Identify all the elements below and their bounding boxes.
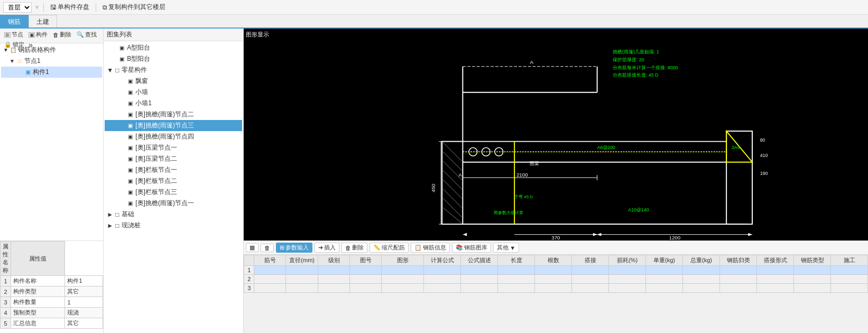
arrow-l-370 [463, 233, 467, 236]
rebar-cell-1-9[interactable] [572, 275, 609, 284]
rebar-cell-2-1[interactable] [286, 284, 318, 293]
tab-civil[interactable]: 土建 [29, 15, 57, 27]
rebar-cell-0-3[interactable] [350, 266, 382, 275]
component-btn[interactable]: ▣ 构件 [26, 30, 50, 39]
rebar-th-14: 搭接形式 [757, 255, 794, 266]
save-btn[interactable]: 🖫 单构件存盘 [47, 2, 93, 13]
rebar-cell-2-14[interactable] [757, 284, 794, 293]
rebar-cell-1-4[interactable] [382, 275, 424, 284]
rebar-cell-2-16[interactable] [831, 284, 868, 293]
rebar-cell-2-2[interactable] [318, 284, 350, 293]
coll-item-7[interactable]: ▣[奥]挑檐(雨篷)节点三 [105, 120, 242, 131]
rebar-cell-2-9[interactable] [572, 284, 609, 293]
rebar-cell-1-11[interactable] [646, 275, 683, 284]
rebar-cell-1-1[interactable] [286, 275, 318, 284]
rebar-cell-1-15[interactable] [794, 275, 831, 284]
rebar-cell-0-14[interactable] [757, 266, 794, 275]
rebar-cell-1-5[interactable] [424, 275, 461, 284]
tab-steel[interactable]: 钢筋 [0, 15, 29, 27]
rebar-cell-1-10[interactable] [609, 275, 646, 284]
rebar-cell-2-15[interactable] [794, 284, 831, 293]
rebar-cell-2-0[interactable] [254, 284, 286, 293]
tree-root-toggle[interactable]: ▼ [3, 47, 8, 53]
rebar-cell-1-7[interactable] [498, 275, 535, 284]
coll-folder-toggle[interactable]: ► [107, 211, 113, 218]
rebar-cell-1-8[interactable] [535, 275, 572, 284]
floor-select[interactable]: 首层 [3, 2, 32, 13]
rebar-cell-0-16[interactable] [831, 266, 868, 275]
rebar-cell-2-13[interactable] [720, 284, 757, 293]
tree-node1-toggle[interactable]: ▼ [10, 58, 15, 64]
param-input-btn[interactable]: ⊞ 参数输入 [276, 243, 312, 253]
rebar-cell-0-7[interactable] [498, 266, 535, 275]
right-panel: 图形显示 挑檐(雨篷)几面贴墙: 1 保护层厚度: 20 分布筋每米计算一个搭接… [244, 29, 868, 333]
rebar-cell-1-0[interactable] [254, 275, 286, 284]
rebar-cell-0-13[interactable] [720, 266, 757, 275]
scale-dim-btn[interactable]: 📏 缩尺配筋 [370, 243, 409, 253]
tree-component1[interactable]: ▣ 构件1 [1, 67, 102, 78]
coll-item-2[interactable]: ▼□零星构件 [105, 64, 242, 76]
rebar-cell-0-6[interactable] [461, 266, 498, 275]
coll-item-15[interactable]: ►□基础 [105, 209, 242, 220]
rebar-cell-2-6[interactable] [461, 284, 498, 293]
rebar-cell-1-3[interactable] [350, 275, 382, 284]
coll-folder-toggle[interactable]: ▼ [107, 67, 113, 74]
coll-item-8[interactable]: ▣[奥]挑檐(雨篷)节点四 [105, 131, 242, 142]
prop-value: 构件1 [65, 276, 103, 286]
coll-item-1[interactable]: ▣B型阳台 [105, 53, 242, 64]
rebar-cell-0-15[interactable] [794, 266, 831, 275]
rebar-cell-0-9[interactable] [572, 266, 609, 275]
rebar-cell-0-0[interactable] [254, 266, 286, 275]
rebar-add-btn[interactable]: ▦ [246, 243, 258, 252]
rebar-delete-btn[interactable]: 🗑 删除 [341, 243, 367, 253]
node-btn[interactable]: ⊞ 节点 [2, 30, 25, 39]
coll-item-6[interactable]: ▣[奥]挑檐(雨篷)节点二 [105, 109, 242, 120]
insert-btn[interactable]: ➜ 插入 [315, 243, 339, 253]
rebar-cell-0-11[interactable] [646, 266, 683, 275]
coll-item-13[interactable]: ▣[奥]栏板节点三 [105, 187, 242, 198]
rebar-cell-2-8[interactable] [535, 284, 572, 293]
rebar-cell-0-12[interactable] [683, 266, 720, 275]
delete-btn[interactable]: 🗑 删除 [51, 30, 73, 39]
rebar-cell-0-10[interactable] [609, 266, 646, 275]
rebar-cell-2-4[interactable] [382, 284, 424, 293]
rebar-cell-1-16[interactable] [831, 275, 868, 284]
copy-btn[interactable]: ⧉ 复制构件到其它楼层 [99, 2, 169, 13]
rebar-delete-icon: 🗑 [345, 245, 351, 251]
find-btn[interactable]: 🔍 查找 [75, 30, 99, 39]
coll-item-12[interactable]: ▣[奥]栏板节点二 [105, 175, 242, 187]
rebar-del-small-btn[interactable]: 🗑 [261, 244, 274, 252]
coll-folder-toggle[interactable]: ► [107, 222, 113, 229]
tree-node1[interactable]: ▼ □ 节点1 [1, 56, 102, 67]
rebar-cell-0-8[interactable] [535, 266, 572, 275]
coll-item-16[interactable]: ►□现浇桩 [105, 220, 242, 231]
rebar-cell-0-2[interactable] [318, 266, 350, 275]
rebar-cell-2-7[interactable] [498, 284, 535, 293]
coll-item-3[interactable]: ▣飘窗 [105, 76, 242, 87]
rebar-cell-1-12[interactable] [683, 275, 720, 284]
rebar-cell-0-1[interactable] [286, 266, 318, 275]
rebar-info-btn[interactable]: 📋 钢筋信息 [411, 243, 450, 253]
coll-item-10[interactable]: ▣[奥]压梁节点二 [105, 153, 242, 164]
coll-item-14[interactable]: ▣[奥]挑檐(雨篷)节点一 [105, 198, 242, 209]
rebar-lib-btn[interactable]: 📚 钢筋图库 [452, 243, 491, 253]
coll-item-icon: ▣ [128, 189, 133, 195]
coll-item-5[interactable]: ▣小墙1 [105, 98, 242, 109]
rebar-cell-2-3[interactable] [350, 284, 382, 293]
coll-item-4[interactable]: ▣小墙 [105, 87, 242, 98]
rebar-cell-2-10[interactable] [609, 284, 646, 293]
coll-item-9[interactable]: ▣[奥]压梁节点一 [105, 142, 242, 153]
rebar-cell-1-14[interactable] [757, 275, 794, 284]
rebar-cell-2-11[interactable] [646, 284, 683, 293]
tree-root[interactable]: ▼ 📋 钢筋表格构件 [1, 44, 102, 56]
rebar-cell-2-5[interactable] [424, 284, 461, 293]
rebar-cell-0-5[interactable] [424, 266, 461, 275]
coll-item-11[interactable]: ▣[奥]栏板节点一 [105, 164, 242, 175]
rebar-cell-0-4[interactable] [382, 266, 424, 275]
rebar-cell-1-2[interactable] [318, 275, 350, 284]
rebar-cell-1-13[interactable] [720, 275, 757, 284]
coll-item-0[interactable]: ▣A型阳台 [105, 42, 242, 53]
rebar-cell-1-6[interactable] [461, 275, 498, 284]
other-btn[interactable]: 其他 ▼ [493, 243, 519, 253]
rebar-cell-2-12[interactable] [683, 284, 720, 293]
